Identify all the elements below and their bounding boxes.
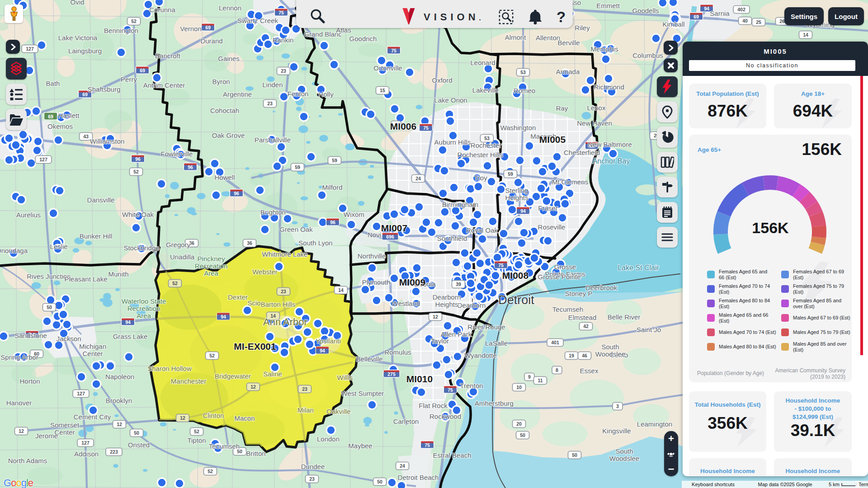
svg-text:Leonard: Leonard (470, 59, 495, 66)
svg-text:Northville: Northville (358, 252, 386, 260)
svg-text:52: 52 (133, 169, 139, 174)
svg-text:Romulus: Romulus (384, 348, 411, 356)
svg-text:Dearborn: Dearborn (458, 301, 486, 309)
svg-text:69: 69 (205, 25, 211, 30)
svg-text:Novi: Novi (368, 231, 381, 239)
svg-text:Waterloo State: Waterloo State (122, 297, 166, 305)
svg-text:Corunna: Corunna (149, 6, 175, 14)
svg-text:West Sumpter: West Sumpter (341, 389, 384, 397)
svg-text:Recreation: Recreation (127, 305, 160, 312)
svg-text:223: 223 (110, 449, 118, 455)
svg-text:Chesterfield: Chesterfield (564, 149, 600, 156)
svg-text:Sandstone: Sandstone (14, 332, 47, 339)
svg-text:275: 275 (387, 371, 396, 377)
svg-text:96: 96 (234, 191, 239, 196)
svg-text:20: 20 (516, 421, 522, 427)
svg-text:8: 8 (556, 367, 558, 373)
svg-text:Haslett: Haslett (58, 112, 80, 119)
svg-text:23: 23 (281, 289, 286, 294)
svg-text:Belleville: Belleville (356, 355, 382, 363)
svg-text:Allen Park: Allen Park (441, 330, 472, 338)
svg-text:59: 59 (295, 164, 300, 170)
svg-text:53: 53 (484, 136, 490, 141)
svg-text:50: 50 (572, 452, 577, 458)
svg-text:Saline: Saline (263, 370, 282, 378)
svg-text:Deerbrook: Deerbrook (585, 284, 618, 291)
svg-text:South: South (601, 343, 619, 351)
svg-text:Byron: Byron (212, 78, 230, 85)
svg-text:52: 52 (131, 19, 137, 24)
svg-text:Rockwood: Rockwood (429, 413, 461, 420)
svg-text:New Baltimore: New Baltimore (588, 141, 632, 148)
svg-text:Dundee: Dundee (301, 463, 325, 470)
svg-text:Swartz Creek: Swartz Creek (237, 17, 278, 24)
svg-text:Spring Arbor: Spring Arbor (0, 353, 38, 361)
svg-text:52: 52 (209, 353, 215, 358)
svg-text:14: 14 (338, 287, 344, 293)
svg-text:Onondaga: Onondaga (0, 247, 28, 254)
svg-text:Leslie: Leslie (50, 243, 67, 250)
svg-text:75: 75 (448, 387, 453, 393)
svg-text:59: 59 (332, 158, 337, 163)
svg-text:Tecumseh: Tecumseh (209, 442, 240, 450)
svg-text:Pleasant Lake: Pleasant Lake (64, 275, 107, 283)
svg-text:696: 696 (386, 234, 394, 239)
svg-text:23: 23 (281, 68, 286, 74)
svg-text:52: 52 (172, 281, 178, 286)
svg-text:Rochester: Rochester (471, 141, 501, 149)
svg-text:Okemos: Okemos (47, 122, 73, 130)
svg-text:Durand: Durand (200, 37, 222, 45)
svg-text:Aurelius: Aurelius (16, 211, 41, 219)
svg-text:127: 127 (39, 157, 47, 162)
svg-text:Unadilla: Unadilla (170, 253, 195, 261)
svg-text:Romeo: Romeo (514, 87, 535, 94)
svg-text:3: 3 (616, 404, 619, 409)
svg-text:Stockbridge: Stockbridge (123, 244, 159, 252)
svg-text:Addison: Addison (74, 450, 99, 458)
svg-text:Goodells: Goodells (632, 7, 659, 14)
svg-text:Oakville: Oakville (326, 408, 350, 415)
svg-text:Trenton: Trenton (460, 382, 483, 389)
svg-text:Argentine: Argentine (223, 90, 252, 98)
svg-text:Bath: Bath (46, 80, 60, 87)
svg-text:Columbus: Columbus (632, 52, 663, 59)
svg-text:London: London (317, 435, 340, 443)
svg-text:23: 23 (267, 101, 273, 106)
svg-text:Lennon: Lennon (219, 4, 241, 12)
svg-text:19: 19 (569, 353, 574, 358)
svg-text:Lakeville: Lakeville (472, 86, 499, 94)
svg-text:Essex: Essex (580, 367, 599, 375)
svg-text:Manchester: Manchester (171, 377, 206, 385)
svg-text:Area: Area (137, 312, 151, 319)
svg-text:Ray: Ray (556, 104, 568, 112)
svg-text:40: 40 (742, 18, 748, 23)
svg-text:50: 50 (520, 432, 525, 438)
svg-text:96: 96 (188, 164, 193, 170)
svg-text:Linden: Linden (262, 81, 283, 89)
svg-text:Oak Grove: Oak Grove (212, 131, 245, 139)
svg-text:127: 127 (77, 391, 85, 396)
svg-text:50: 50 (377, 479, 382, 484)
svg-text:Milford: Milford (322, 183, 342, 191)
svg-text:South Lyon: South Lyon (298, 239, 332, 247)
svg-text:Rankin: Rankin (273, 36, 294, 44)
svg-text:Shaftsburg: Shaftsburg (88, 85, 121, 93)
svg-text:75: 75 (278, 10, 284, 15)
svg-text:Bennington: Bennington (104, 27, 138, 34)
svg-text:Washington: Washington (500, 124, 536, 131)
svg-text:52: 52 (194, 429, 199, 434)
svg-text:River Rouge: River Rouge (467, 323, 505, 331)
svg-text:53: 53 (520, 70, 526, 75)
svg-text:New Haven: New Haven (577, 119, 612, 127)
svg-text:Taylor: Taylor (431, 337, 449, 345)
svg-text:Britton: Britton (246, 450, 265, 457)
svg-text:Michigan: Michigan (79, 343, 106, 350)
svg-text:Heights: Heights (505, 194, 528, 202)
svg-text:12: 12 (433, 314, 438, 319)
svg-text:Hanover: Hanover (6, 399, 32, 407)
svg-text:MI005: MI005 (539, 134, 566, 145)
svg-text:Grass Lake: Grass Lake (113, 333, 148, 340)
svg-text:Cohoctah: Cohoctah (210, 107, 239, 114)
svg-text:Willis: Willis (337, 374, 353, 381)
svg-text:75: 75 (498, 263, 504, 268)
